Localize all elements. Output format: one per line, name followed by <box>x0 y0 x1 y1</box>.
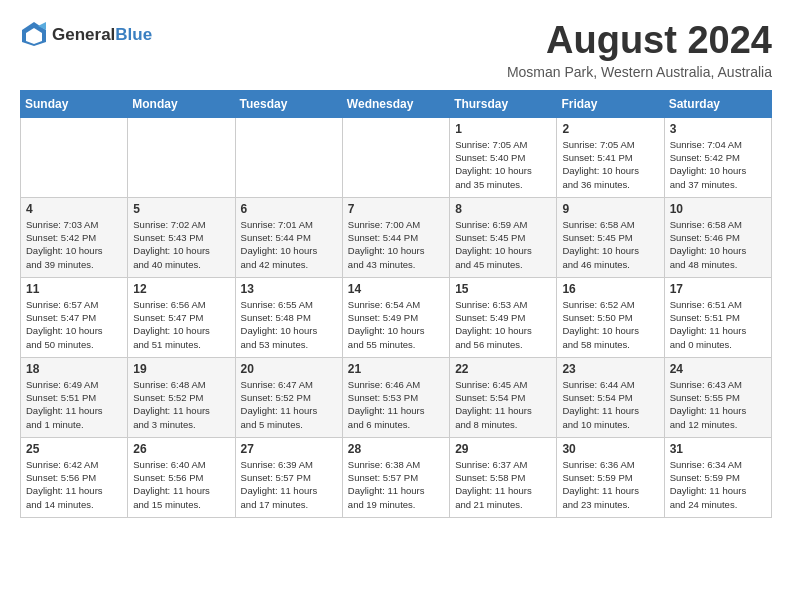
day-cell: 5Sunrise: 7:02 AM Sunset: 5:43 PM Daylig… <box>128 197 235 277</box>
logo-general: General <box>52 25 115 44</box>
day-number: 28 <box>348 442 444 456</box>
day-number: 3 <box>670 122 766 136</box>
day-info: Sunrise: 6:36 AM Sunset: 5:59 PM Dayligh… <box>562 458 658 511</box>
day-info: Sunrise: 6:58 AM Sunset: 5:45 PM Dayligh… <box>562 218 658 271</box>
day-number: 6 <box>241 202 337 216</box>
month-year-title: August 2024 <box>507 20 772 62</box>
day-info: Sunrise: 6:58 AM Sunset: 5:46 PM Dayligh… <box>670 218 766 271</box>
day-cell: 16Sunrise: 6:52 AM Sunset: 5:50 PM Dayli… <box>557 277 664 357</box>
day-number: 19 <box>133 362 229 376</box>
day-cell: 2Sunrise: 7:05 AM Sunset: 5:41 PM Daylig… <box>557 117 664 197</box>
day-cell: 15Sunrise: 6:53 AM Sunset: 5:49 PM Dayli… <box>450 277 557 357</box>
day-number: 11 <box>26 282 122 296</box>
day-cell: 20Sunrise: 6:47 AM Sunset: 5:52 PM Dayli… <box>235 357 342 437</box>
day-info: Sunrise: 7:05 AM Sunset: 5:40 PM Dayligh… <box>455 138 551 191</box>
day-number: 9 <box>562 202 658 216</box>
day-number: 12 <box>133 282 229 296</box>
day-number: 25 <box>26 442 122 456</box>
logo-icon <box>20 20 48 48</box>
day-info: Sunrise: 6:37 AM Sunset: 5:58 PM Dayligh… <box>455 458 551 511</box>
day-cell: 10Sunrise: 6:58 AM Sunset: 5:46 PM Dayli… <box>664 197 771 277</box>
day-info: Sunrise: 6:46 AM Sunset: 5:53 PM Dayligh… <box>348 378 444 431</box>
day-number: 21 <box>348 362 444 376</box>
day-info: Sunrise: 6:54 AM Sunset: 5:49 PM Dayligh… <box>348 298 444 351</box>
header-row: SundayMondayTuesdayWednesdayThursdayFrid… <box>21 90 772 117</box>
day-cell: 13Sunrise: 6:55 AM Sunset: 5:48 PM Dayli… <box>235 277 342 357</box>
day-info: Sunrise: 7:02 AM Sunset: 5:43 PM Dayligh… <box>133 218 229 271</box>
day-number: 16 <box>562 282 658 296</box>
day-number: 17 <box>670 282 766 296</box>
week-row-5: 25Sunrise: 6:42 AM Sunset: 5:56 PM Dayli… <box>21 437 772 517</box>
title-block: August 2024 Mosman Park, Western Austral… <box>507 20 772 80</box>
day-cell: 7Sunrise: 7:00 AM Sunset: 5:44 PM Daylig… <box>342 197 449 277</box>
day-number: 2 <box>562 122 658 136</box>
day-number: 5 <box>133 202 229 216</box>
week-row-2: 4Sunrise: 7:03 AM Sunset: 5:42 PM Daylig… <box>21 197 772 277</box>
day-header-friday: Friday <box>557 90 664 117</box>
day-header-tuesday: Tuesday <box>235 90 342 117</box>
day-info: Sunrise: 7:04 AM Sunset: 5:42 PM Dayligh… <box>670 138 766 191</box>
day-info: Sunrise: 6:51 AM Sunset: 5:51 PM Dayligh… <box>670 298 766 351</box>
day-info: Sunrise: 6:44 AM Sunset: 5:54 PM Dayligh… <box>562 378 658 431</box>
day-cell <box>342 117 449 197</box>
calendar-body: 1Sunrise: 7:05 AM Sunset: 5:40 PM Daylig… <box>21 117 772 517</box>
day-number: 29 <box>455 442 551 456</box>
logo-blue: Blue <box>115 25 152 44</box>
day-cell: 11Sunrise: 6:57 AM Sunset: 5:47 PM Dayli… <box>21 277 128 357</box>
day-number: 27 <box>241 442 337 456</box>
day-cell: 1Sunrise: 7:05 AM Sunset: 5:40 PM Daylig… <box>450 117 557 197</box>
logo: GeneralBlue <box>20 20 152 48</box>
day-header-sunday: Sunday <box>21 90 128 117</box>
day-cell: 12Sunrise: 6:56 AM Sunset: 5:47 PM Dayli… <box>128 277 235 357</box>
day-number: 14 <box>348 282 444 296</box>
day-cell: 8Sunrise: 6:59 AM Sunset: 5:45 PM Daylig… <box>450 197 557 277</box>
day-cell: 4Sunrise: 7:03 AM Sunset: 5:42 PM Daylig… <box>21 197 128 277</box>
day-info: Sunrise: 7:01 AM Sunset: 5:44 PM Dayligh… <box>241 218 337 271</box>
day-number: 23 <box>562 362 658 376</box>
day-info: Sunrise: 6:34 AM Sunset: 5:59 PM Dayligh… <box>670 458 766 511</box>
day-number: 31 <box>670 442 766 456</box>
day-header-thursday: Thursday <box>450 90 557 117</box>
calendar-table: SundayMondayTuesdayWednesdayThursdayFrid… <box>20 90 772 518</box>
day-info: Sunrise: 6:57 AM Sunset: 5:47 PM Dayligh… <box>26 298 122 351</box>
day-number: 18 <box>26 362 122 376</box>
day-info: Sunrise: 6:52 AM Sunset: 5:50 PM Dayligh… <box>562 298 658 351</box>
day-info: Sunrise: 7:03 AM Sunset: 5:42 PM Dayligh… <box>26 218 122 271</box>
day-number: 20 <box>241 362 337 376</box>
day-info: Sunrise: 6:40 AM Sunset: 5:56 PM Dayligh… <box>133 458 229 511</box>
page-header: GeneralBlue August 2024 Mosman Park, Wes… <box>20 20 772 80</box>
day-number: 7 <box>348 202 444 216</box>
day-header-wednesday: Wednesday <box>342 90 449 117</box>
day-info: Sunrise: 7:00 AM Sunset: 5:44 PM Dayligh… <box>348 218 444 271</box>
day-info: Sunrise: 6:59 AM Sunset: 5:45 PM Dayligh… <box>455 218 551 271</box>
week-row-3: 11Sunrise: 6:57 AM Sunset: 5:47 PM Dayli… <box>21 277 772 357</box>
calendar-header: SundayMondayTuesdayWednesdayThursdayFrid… <box>21 90 772 117</box>
week-row-1: 1Sunrise: 7:05 AM Sunset: 5:40 PM Daylig… <box>21 117 772 197</box>
day-info: Sunrise: 6:43 AM Sunset: 5:55 PM Dayligh… <box>670 378 766 431</box>
day-cell: 17Sunrise: 6:51 AM Sunset: 5:51 PM Dayli… <box>664 277 771 357</box>
day-cell: 19Sunrise: 6:48 AM Sunset: 5:52 PM Dayli… <box>128 357 235 437</box>
day-number: 10 <box>670 202 766 216</box>
day-cell: 3Sunrise: 7:04 AM Sunset: 5:42 PM Daylig… <box>664 117 771 197</box>
day-cell: 24Sunrise: 6:43 AM Sunset: 5:55 PM Dayli… <box>664 357 771 437</box>
day-info: Sunrise: 7:05 AM Sunset: 5:41 PM Dayligh… <box>562 138 658 191</box>
day-cell <box>21 117 128 197</box>
day-number: 22 <box>455 362 551 376</box>
day-cell <box>128 117 235 197</box>
day-info: Sunrise: 6:47 AM Sunset: 5:52 PM Dayligh… <box>241 378 337 431</box>
day-info: Sunrise: 6:48 AM Sunset: 5:52 PM Dayligh… <box>133 378 229 431</box>
day-cell: 31Sunrise: 6:34 AM Sunset: 5:59 PM Dayli… <box>664 437 771 517</box>
day-cell: 22Sunrise: 6:45 AM Sunset: 5:54 PM Dayli… <box>450 357 557 437</box>
day-number: 1 <box>455 122 551 136</box>
day-number: 26 <box>133 442 229 456</box>
day-number: 8 <box>455 202 551 216</box>
day-cell: 27Sunrise: 6:39 AM Sunset: 5:57 PM Dayli… <box>235 437 342 517</box>
day-cell: 29Sunrise: 6:37 AM Sunset: 5:58 PM Dayli… <box>450 437 557 517</box>
day-cell <box>235 117 342 197</box>
day-number: 24 <box>670 362 766 376</box>
location-subtitle: Mosman Park, Western Australia, Australi… <box>507 64 772 80</box>
day-cell: 30Sunrise: 6:36 AM Sunset: 5:59 PM Dayli… <box>557 437 664 517</box>
day-info: Sunrise: 6:38 AM Sunset: 5:57 PM Dayligh… <box>348 458 444 511</box>
week-row-4: 18Sunrise: 6:49 AM Sunset: 5:51 PM Dayli… <box>21 357 772 437</box>
day-cell: 26Sunrise: 6:40 AM Sunset: 5:56 PM Dayli… <box>128 437 235 517</box>
